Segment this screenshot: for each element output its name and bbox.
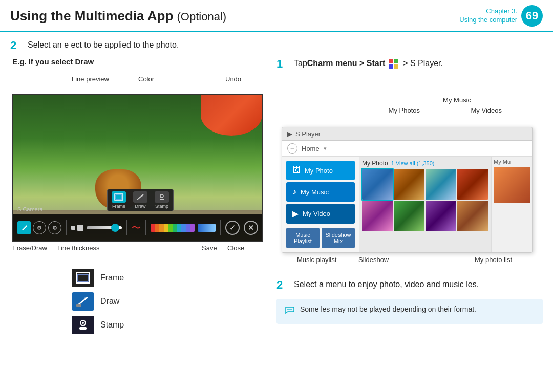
my-photos-label: My Photos (389, 106, 420, 114)
step2-right-number: 2 (276, 278, 289, 292)
toolbar-btn-group: Frame Draw (107, 189, 174, 211)
svg-rect-20 (394, 59, 398, 63)
nav-back-button[interactable]: ← (287, 143, 297, 154)
photo-sky-area (201, 95, 262, 136)
menu-bottom-row: Music Playlist Slideshow Mix (286, 228, 355, 248)
step2-number: 2 (10, 39, 23, 52)
splayer-labels-below: Music playlist Slideshow My photo list (282, 256, 543, 271)
erase-draw-section (17, 221, 61, 234)
nav-arrow-down[interactable]: ▾ (324, 145, 327, 152)
erase-draw-label: Erase/Draw (12, 244, 47, 252)
toolbar-divider-1 (66, 220, 67, 235)
image-labels-above: Line preview Color Undo (26, 75, 266, 94)
draw-item: Draw (72, 292, 266, 311)
color-orange-dark[interactable] (155, 224, 160, 232)
windows-icon (389, 59, 400, 69)
color-blue[interactable] (186, 224, 190, 232)
note-box: Some les may not be played depending on … (276, 299, 543, 324)
photo-thumb-5[interactable] (362, 201, 393, 231)
blue-gradient-bar[interactable] (198, 224, 216, 232)
size-medium[interactable] (77, 225, 83, 231)
image-labels-below: Erase/Draw Line thickness Save Close (12, 244, 266, 259)
color-picker[interactable] (151, 224, 195, 232)
size-slider[interactable] (87, 226, 122, 229)
two-col-layout: E.g. If you select Draw Line preview Col… (10, 57, 543, 334)
right-column: 1 TapCharm menu > Start > S Player. (276, 57, 543, 324)
stamp-icon-box (72, 316, 94, 334)
photo-thumb-8[interactable] (457, 201, 488, 231)
frame-label: Frame (100, 273, 124, 282)
color-yellow[interactable] (164, 224, 168, 232)
music-playlist-btn[interactable]: Music Playlist (286, 228, 320, 248)
splayer-container: My Music My Photos My Videos ▶ S Player … (282, 96, 543, 271)
size-small[interactable] (71, 226, 75, 230)
tool-option-1[interactable] (33, 221, 46, 234)
view-all-link[interactable]: 1 View all (1,350) (391, 160, 435, 166)
step2-text: Select an e ect to be applied to the pho… (28, 39, 179, 50)
photo-editor: S Camera Frame (12, 94, 263, 242)
step2-right-text: Select a menu to enjoy photo, video and … (294, 278, 479, 289)
photo-thumb-3[interactable] (426, 169, 456, 200)
color-cyan[interactable] (177, 224, 182, 232)
splayer-labels-top: My Music My Photos My Videos (282, 96, 543, 127)
svg-rect-21 (389, 64, 393, 69)
photo-thumb-1[interactable] (362, 169, 393, 200)
step2-right: 2 Select a menu to enjoy photo, video an… (276, 278, 543, 292)
color-red[interactable] (151, 224, 155, 232)
photo-thumb-6[interactable] (394, 201, 424, 231)
color-blue-light[interactable] (181, 224, 186, 232)
menu-my-music[interactable]: ♪ My Music (286, 182, 355, 202)
frame-btn[interactable]: Frame (112, 191, 126, 209)
stamp-label: Stamp (100, 320, 124, 330)
music-playlist-label: Music playlist (297, 256, 336, 264)
stamp-btn-label: Stamp (155, 204, 168, 209)
draw-btn[interactable]: Draw (133, 191, 147, 209)
splayer-music-col: My Mu (491, 157, 532, 252)
color-purple[interactable] (190, 224, 195, 232)
eg-heading: E.g. If you select Draw (12, 57, 266, 66)
video-menu-icon: ▶ (292, 209, 299, 219)
editor-toolbar: 〜 (13, 214, 262, 241)
page-title: Using the Multimedia App (Optional) (10, 8, 226, 24)
svg-point-4 (160, 194, 163, 198)
music-thumb-1[interactable] (494, 167, 530, 203)
photo-thumb-4[interactable] (457, 169, 488, 200)
photo-thumb-2[interactable] (394, 169, 424, 200)
icon-list: Frame Draw (72, 269, 266, 334)
left-column: E.g. If you select Draw Line preview Col… (10, 57, 266, 334)
menu-my-photo[interactable]: 🖼 My Photo (286, 161, 355, 180)
draw-btn-label: Draw (135, 204, 145, 209)
note-text: Some les may not be played depending on … (300, 305, 476, 313)
splayer-right-panel: My Photo 1 View all (1,350) (359, 157, 491, 252)
splayer-left-menu: 🖼 My Photo ♪ My Music ▶ My Video (282, 157, 359, 252)
slideshow-mix-btn[interactable]: Slideshow Mix (322, 228, 355, 248)
draw-icon (133, 191, 147, 203)
photo-thumb-7[interactable] (426, 201, 456, 231)
header-right: Chapter 3. Using the computer 69 (459, 5, 543, 27)
splayer-nav[interactable]: ← Home ▾ (282, 141, 532, 157)
save-button[interactable]: ✓ (225, 221, 240, 235)
draw-label: Draw (100, 297, 119, 306)
color-teal[interactable] (173, 224, 177, 232)
size-squares (71, 225, 83, 231)
photo-section-header: My Photo 1 View all (1,350) (362, 160, 488, 167)
size-handle[interactable] (111, 224, 119, 232)
my-photo-list-label: My photo list (475, 256, 512, 264)
frame-icon (112, 191, 126, 203)
stamp-btn[interactable]: Stamp (155, 191, 169, 209)
tool-option-2[interactable] (48, 221, 61, 234)
page-header: Using the Multimedia App (Optional) Chap… (0, 0, 553, 32)
save-close-buttons: ✓ ✕ (225, 221, 258, 235)
close-button[interactable]: ✕ (244, 221, 258, 235)
draw-tool-icon[interactable] (17, 221, 31, 234)
color-green[interactable] (168, 224, 173, 232)
wavy-line-indicator: 〜 (132, 223, 141, 232)
toolbar-divider-4 (220, 220, 221, 235)
menu-my-video[interactable]: ▶ My Video (286, 204, 355, 224)
chapter-text: Chapter 3. Using the computer (459, 7, 517, 25)
color-orange[interactable] (159, 224, 164, 232)
splayer-window: ▶ S Player ← Home ▾ 🖼 My Photo (282, 127, 533, 253)
toolbar-divider-3 (145, 220, 146, 235)
draw-icon-box (72, 292, 94, 311)
save-label: Save (202, 244, 217, 252)
